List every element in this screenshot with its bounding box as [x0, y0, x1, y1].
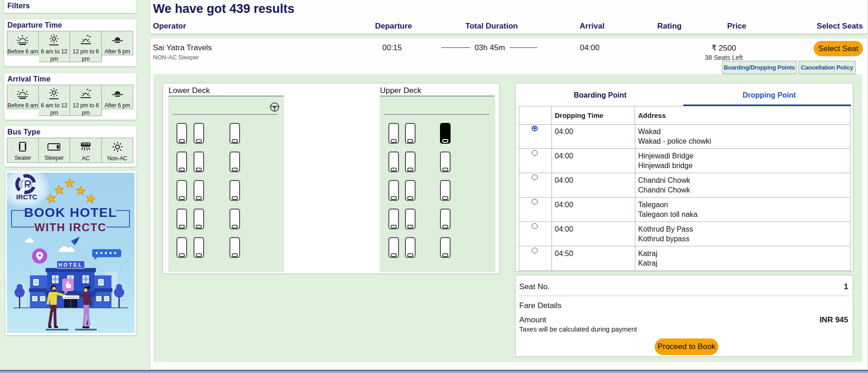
svg-text:BOOK HOTEL: BOOK HOTEL — [24, 205, 117, 220]
svg-text:IRCTC: IRCTC — [16, 193, 37, 201]
svg-text:WITH IRCTC: WITH IRCTC — [35, 221, 106, 233]
svg-text:HOTEL: HOTEL — [59, 262, 83, 268]
